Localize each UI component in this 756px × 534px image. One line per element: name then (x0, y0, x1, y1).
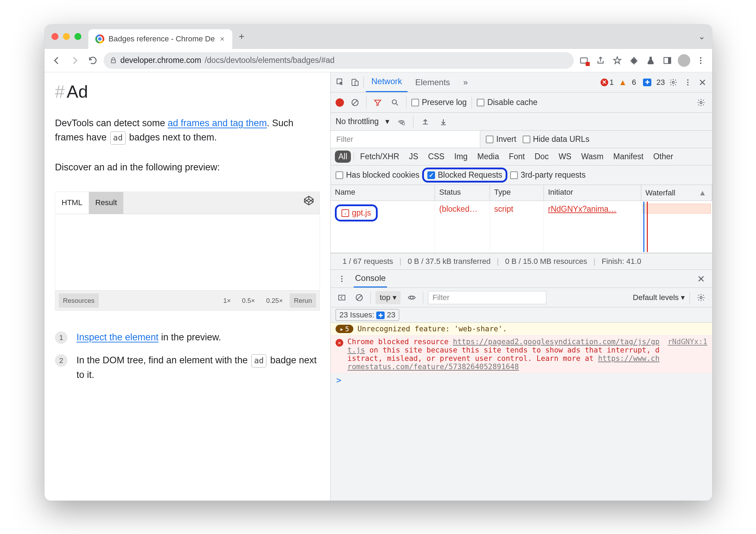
back-button[interactable] (49, 53, 64, 68)
type-font[interactable]: Font (505, 151, 528, 163)
close-devtools-icon[interactable] (696, 76, 709, 89)
type-media[interactable]: Media (474, 151, 503, 163)
warning-expander[interactable]: ▸ 5 (336, 325, 353, 333)
inspect-icon[interactable] (334, 76, 347, 89)
h1-anchor[interactable]: # (55, 79, 65, 106)
tab-network[interactable]: Network (366, 72, 408, 92)
tab-more-icon[interactable]: » (458, 73, 473, 91)
console-close-icon[interactable] (695, 273, 707, 285)
new-tab-button[interactable]: + (236, 31, 247, 42)
type-css[interactable]: CSS (425, 151, 448, 163)
third-party-checkbox[interactable]: 3rd-party requests (510, 170, 586, 180)
zoom-05x-button[interactable]: 0.5× (238, 293, 259, 308)
col-initiator[interactable]: Initiator (544, 185, 641, 201)
live-expression-icon[interactable] (405, 291, 418, 304)
embed-resources-button[interactable]: Resources (59, 293, 99, 308)
record-button[interactable] (336, 98, 344, 107)
col-waterfall[interactable]: Waterfall▲ (641, 185, 712, 201)
minimize-window-button[interactable] (63, 33, 70, 40)
error-source-link[interactable]: rNdGNYx:1 (668, 338, 707, 371)
embed-tab-result[interactable]: Result (89, 192, 123, 213)
console-menu-icon[interactable] (336, 273, 348, 285)
tab-close-icon[interactable] (219, 36, 225, 42)
hide-data-urls-checkbox[interactable]: Hide data URLs (523, 135, 589, 144)
console-sidebar-icon[interactable] (336, 291, 348, 304)
zoom-025x-button[interactable]: 0.25× (262, 293, 287, 308)
maximize-window-button[interactable] (74, 33, 81, 40)
device-toggle-icon[interactable] (349, 76, 361, 89)
blocked-cookies-checkbox[interactable]: Has blocked cookies (336, 170, 419, 180)
status-counts[interactable]: ✕1 ▲ 6 ✚ 23 (601, 78, 665, 87)
console-error-line[interactable]: ✕ Chrome blocked resource https://pagead… (331, 335, 712, 373)
type-other[interactable]: Other (650, 151, 677, 163)
labs-icon[interactable] (644, 54, 657, 67)
bookmark-icon[interactable] (611, 54, 624, 67)
col-type[interactable]: Type (490, 185, 544, 201)
filter-icon[interactable] (371, 96, 384, 109)
console-settings-icon[interactable] (695, 291, 707, 304)
menu-icon[interactable] (694, 54, 707, 67)
inspect-element-link[interactable]: Inspect the element (77, 332, 159, 342)
forward-button[interactable] (67, 53, 82, 68)
reload-button[interactable] (86, 53, 100, 68)
svg-point-10 (687, 79, 689, 81)
upload-har-icon[interactable] (419, 115, 432, 128)
kebab-menu-icon[interactable] (682, 76, 694, 89)
filter-input[interactable]: Filter (331, 131, 480, 148)
search-icon[interactable] (389, 96, 401, 109)
context-select[interactable]: top ▾ (376, 291, 401, 304)
type-fetch[interactable]: Fetch/XHR (357, 151, 403, 163)
extensions-icon[interactable] (627, 54, 641, 67)
type-wasm[interactable]: Wasm (578, 151, 607, 163)
error-icon: ✕ (601, 79, 608, 86)
type-ws[interactable]: WS (555, 151, 575, 163)
console-prompt[interactable]: > (331, 373, 712, 387)
install-icon[interactable] (577, 54, 590, 67)
cell-status[interactable]: (blocked… (435, 201, 490, 253)
disable-cache-checkbox[interactable]: Disable cache (477, 98, 537, 107)
address-bar[interactable]: developer.chrome.com/docs/devtools/eleme… (104, 52, 574, 69)
type-img[interactable]: Img (451, 151, 471, 163)
codepen-logo-icon[interactable] (298, 192, 320, 214)
sidepanel-icon[interactable] (661, 54, 674, 67)
log-levels-select[interactable]: Default levels ▾ (633, 293, 685, 302)
type-doc[interactable]: Doc (531, 151, 552, 163)
tab-elements[interactable]: Elements (410, 73, 456, 91)
network-conditions-icon[interactable] (395, 115, 408, 128)
share-icon[interactable] (594, 54, 607, 67)
profile-avatar[interactable] (677, 54, 691, 67)
blocked-requests-checkbox[interactable]: Blocked Requests (422, 168, 507, 183)
type-manifest[interactable]: Manifest (610, 151, 647, 163)
cell-waterfall[interactable] (641, 201, 712, 253)
throttle-select[interactable]: No throttling ▾ (336, 117, 389, 126)
invert-checkbox[interactable]: Invert (486, 135, 516, 144)
type-js[interactable]: JS (405, 151, 422, 163)
col-name[interactable]: Name (331, 185, 435, 201)
console-clear-icon[interactable] (353, 291, 365, 304)
col-status[interactable]: Status (435, 185, 490, 201)
issues-button[interactable]: 23 Issues: ✚ 23 (336, 309, 399, 321)
clear-icon[interactable] (349, 96, 361, 109)
browser-tab[interactable]: Badges reference - Chrome De (88, 29, 232, 49)
svg-point-16 (402, 122, 405, 125)
rerun-button[interactable]: Rerun (290, 293, 316, 308)
embed-tab-html[interactable]: HTML (55, 192, 89, 213)
settings-icon[interactable] (667, 76, 679, 89)
close-window-button[interactable] (51, 33, 58, 40)
cell-name[interactable]: ⬩ gpt.js (331, 201, 435, 253)
ad-badge-inline: ad (251, 354, 267, 367)
console-tab[interactable]: Console (354, 270, 387, 288)
preserve-log-checkbox[interactable]: Preserve log (411, 98, 467, 107)
zoom-1x-button[interactable]: 1× (219, 293, 235, 308)
console-filter-input[interactable]: Filter (428, 291, 546, 304)
type-all[interactable]: All (335, 151, 351, 163)
console-warning-line[interactable]: ▸ 5 Unrecognized feature: 'web-share'. (331, 323, 712, 335)
ad-frames-link[interactable]: ad frames and tag them (168, 118, 267, 128)
cell-type[interactable]: script (490, 201, 544, 253)
cell-initiator[interactable]: rNdGNYx?anima… (544, 201, 641, 253)
content-body: # Ad DevTools can detect some ad frames … (45, 72, 712, 501)
download-har-icon[interactable] (437, 115, 450, 128)
embed-preview[interactable] (55, 214, 320, 291)
tabs-dropdown-icon[interactable]: ⌄ (698, 32, 705, 41)
network-settings-icon[interactable] (695, 96, 707, 109)
